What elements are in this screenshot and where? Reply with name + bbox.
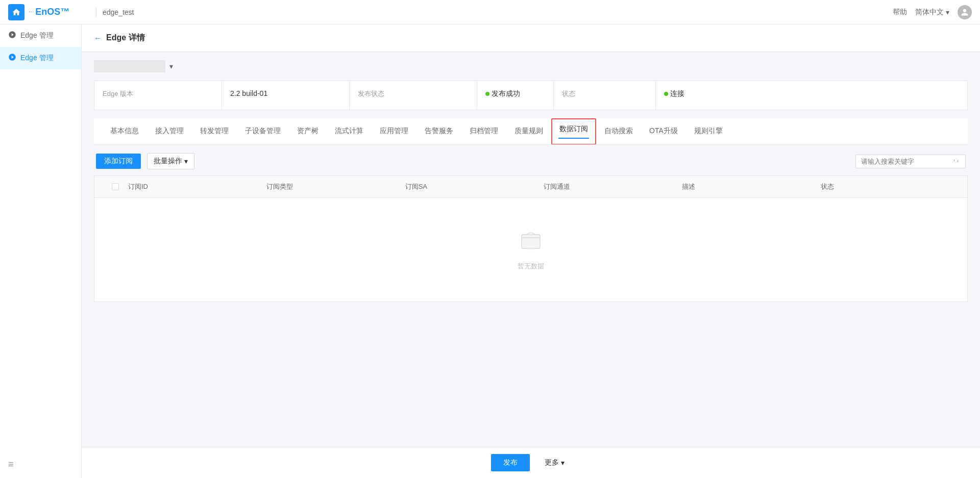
empty-text: 暂无数据 [518,262,544,271]
app-name: edge_test [103,8,134,16]
tab-basic-info[interactable]: 基本信息 [102,120,147,143]
page-title: Edge 详情 [106,33,145,43]
data-subscribe-table: 订阅ID 订阅类型 订阅SA 订阅通道 描述 状态 [94,175,968,302]
svg-rect-0 [522,235,540,248]
search-icon[interactable] [953,157,960,166]
select-all-checkbox[interactable] [112,183,119,190]
header-subscribe-channel: 订阅通道 [544,182,682,191]
edge-version-label-card: Edge 版本 [94,81,222,110]
publish-status-value-card: 发布成功 [477,81,554,110]
bottom-action-bar: 发布 更多 ▾ [82,447,980,478]
table-header: 订阅ID 订阅类型 订阅SA 订阅通道 描述 状态 [94,176,967,198]
tab-access-manage[interactable]: 接入管理 [147,120,192,143]
content-area: ▾ Edge 版本 2.2 build-01 发布状态 发布成功 [82,52,980,310]
top-navigation: ··· EnOS™ edge_test 帮助 简体中文 ▾ [0,0,980,24]
publish-status-label-card: 发布状态 [350,81,477,110]
tabs-bar: 基本信息 接入管理 转发管理 子设备管理 资产树 流式计算 应用管理 告警服务 … [94,118,968,145]
menu-icon: ≡ [8,459,14,469]
header-subscribe-type: 订阅类型 [266,182,405,191]
brand-name: EnOS™ [35,7,69,17]
batch-dropdown-icon: ▾ [184,157,188,165]
home-icon[interactable] [8,4,24,20]
add-subscribe-button[interactable]: 添加订阅 [96,154,141,169]
main-layout: Edge 管理 Edge 管理 ≡ ← Edge 详情 ▾ [0,24,980,478]
language-selector[interactable]: 简体中文 ▾ [915,8,949,17]
brand-dots: ··· [29,9,34,15]
tab-archive-manage[interactable]: 归档管理 [461,120,506,143]
empty-icon [519,229,543,258]
search-input[interactable] [861,158,953,165]
nav-right-area: 帮助 简体中文 ▾ [893,5,972,19]
sidebar-collapse-button[interactable]: ≡ [0,451,81,478]
state-value-card: 连接 [656,81,732,110]
publish-status-dot [485,92,489,96]
tab-app-manage[interactable]: 应用管理 [372,120,416,143]
action-bar: 添加订阅 批量操作 ▾ [94,153,968,169]
tab-ota-upgrade[interactable]: OTA升级 [641,120,686,143]
info-cards: Edge 版本 2.2 build-01 发布状态 发布成功 状态 [94,81,968,110]
publish-status-value: 发布成功 [485,89,545,98]
device-dropdown-icon[interactable]: ▾ [169,62,173,70]
device-selector: ▾ [94,60,968,72]
sidebar-item-edge-manage-top[interactable]: Edge 管理 [0,24,81,47]
brand-logo: ··· EnOS™ [29,7,69,17]
state-label-card: 状态 [554,81,656,110]
tab-forward-manage[interactable]: 转发管理 [192,120,237,143]
sidebar: Edge 管理 Edge 管理 ≡ [0,24,82,478]
tab-quality-rule[interactable]: 质量规则 [506,120,551,143]
action-left: 添加订阅 批量操作 ▾ [96,153,194,169]
help-button[interactable]: 帮助 [893,8,907,17]
edge-version-label: Edge 版本 [103,89,213,98]
tab-sub-device[interactable]: 子设备管理 [237,120,289,143]
batch-operate-button[interactable]: 批量操作 ▾ [147,153,194,169]
back-button[interactable]: ← [94,34,102,43]
nav-divider [96,7,96,17]
header-subscribe-id: 订阅ID [128,182,266,191]
publish-status-label: 发布状态 [358,89,469,98]
tab-data-subscribe[interactable]: 数据订阅 [551,118,596,145]
tab-alert-service[interactable]: 告警服务 [416,120,461,143]
edge-version-value-card: 2.2 build-01 [222,81,350,110]
state-label: 状态 [562,89,647,98]
header-status: 状态 [821,182,959,191]
tab-asset-tree[interactable]: 资产树 [289,120,327,143]
publish-button[interactable]: 发布 [491,454,530,471]
header-subscribe-sa: 订阅SA [405,182,544,191]
device-name-display [94,60,165,72]
tab-stream-compute[interactable]: 流式计算 [327,120,372,143]
search-box[interactable] [855,155,966,168]
more-button[interactable]: 更多 ▾ [538,454,571,472]
sidebar-label-edge-manage-top: Edge 管理 [20,31,54,40]
state-value: 连接 [664,89,724,98]
user-avatar[interactable] [958,5,972,19]
logo-area: ··· EnOS™ [8,4,90,20]
empty-state: 暂无数据 [94,198,967,301]
tab-rule-engine[interactable]: 规则引擎 [686,120,731,143]
sidebar-item-edge-manage[interactable]: Edge 管理 [0,47,81,69]
edge-version-value: 2.2 build-01 [230,89,341,97]
more-dropdown-icon: ▾ [561,459,565,467]
edge-manage-icon [8,31,16,41]
page-header: ← Edge 详情 [82,24,980,52]
sidebar-label-edge-manage: Edge 管理 [20,54,54,63]
edge-manage-active-icon [8,53,16,63]
header-checkbox-cell [103,182,128,191]
state-dot [664,92,668,96]
svg-point-1 [526,247,535,250]
tab-auto-search[interactable]: 自动搜索 [596,120,641,143]
main-content: ← Edge 详情 ▾ Edge 版本 2.2 build-01 发布状态 [82,24,980,478]
header-description: 描述 [682,182,820,191]
